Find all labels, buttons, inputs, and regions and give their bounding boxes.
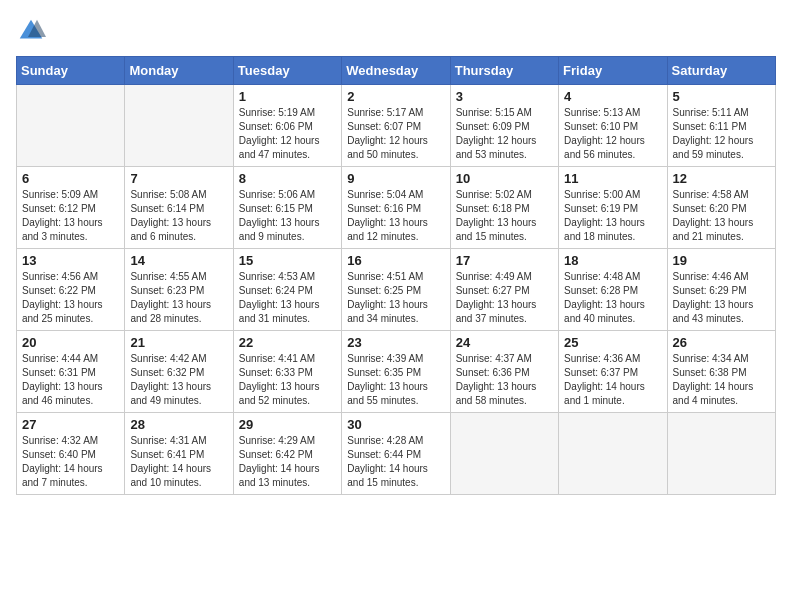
weekday-header-thursday: Thursday bbox=[450, 57, 558, 85]
day-cell: 28Sunrise: 4:31 AM Sunset: 6:41 PM Dayli… bbox=[125, 413, 233, 495]
day-number: 2 bbox=[347, 89, 444, 104]
day-number: 19 bbox=[673, 253, 770, 268]
day-info: Sunrise: 4:53 AM Sunset: 6:24 PM Dayligh… bbox=[239, 270, 336, 326]
day-number: 6 bbox=[22, 171, 119, 186]
day-info: Sunrise: 5:09 AM Sunset: 6:12 PM Dayligh… bbox=[22, 188, 119, 244]
day-cell bbox=[450, 413, 558, 495]
day-cell: 17Sunrise: 4:49 AM Sunset: 6:27 PM Dayli… bbox=[450, 249, 558, 331]
day-number: 10 bbox=[456, 171, 553, 186]
week-row-4: 20Sunrise: 4:44 AM Sunset: 6:31 PM Dayli… bbox=[17, 331, 776, 413]
day-number: 24 bbox=[456, 335, 553, 350]
day-number: 22 bbox=[239, 335, 336, 350]
calendar-table: SundayMondayTuesdayWednesdayThursdayFrid… bbox=[16, 56, 776, 495]
day-number: 9 bbox=[347, 171, 444, 186]
day-cell: 2Sunrise: 5:17 AM Sunset: 6:07 PM Daylig… bbox=[342, 85, 450, 167]
week-row-5: 27Sunrise: 4:32 AM Sunset: 6:40 PM Dayli… bbox=[17, 413, 776, 495]
day-cell: 25Sunrise: 4:36 AM Sunset: 6:37 PM Dayli… bbox=[559, 331, 667, 413]
day-number: 1 bbox=[239, 89, 336, 104]
day-info: Sunrise: 4:42 AM Sunset: 6:32 PM Dayligh… bbox=[130, 352, 227, 408]
day-info: Sunrise: 5:00 AM Sunset: 6:19 PM Dayligh… bbox=[564, 188, 661, 244]
day-info: Sunrise: 4:31 AM Sunset: 6:41 PM Dayligh… bbox=[130, 434, 227, 490]
day-cell: 27Sunrise: 4:32 AM Sunset: 6:40 PM Dayli… bbox=[17, 413, 125, 495]
day-cell: 20Sunrise: 4:44 AM Sunset: 6:31 PM Dayli… bbox=[17, 331, 125, 413]
day-cell: 23Sunrise: 4:39 AM Sunset: 6:35 PM Dayli… bbox=[342, 331, 450, 413]
day-cell: 6Sunrise: 5:09 AM Sunset: 6:12 PM Daylig… bbox=[17, 167, 125, 249]
day-number: 13 bbox=[22, 253, 119, 268]
day-info: Sunrise: 4:46 AM Sunset: 6:29 PM Dayligh… bbox=[673, 270, 770, 326]
day-cell: 30Sunrise: 4:28 AM Sunset: 6:44 PM Dayli… bbox=[342, 413, 450, 495]
logo bbox=[16, 16, 46, 46]
day-info: Sunrise: 4:56 AM Sunset: 6:22 PM Dayligh… bbox=[22, 270, 119, 326]
week-row-3: 13Sunrise: 4:56 AM Sunset: 6:22 PM Dayli… bbox=[17, 249, 776, 331]
week-row-2: 6Sunrise: 5:09 AM Sunset: 6:12 PM Daylig… bbox=[17, 167, 776, 249]
week-row-1: 1Sunrise: 5:19 AM Sunset: 6:06 PM Daylig… bbox=[17, 85, 776, 167]
day-number: 15 bbox=[239, 253, 336, 268]
day-number: 3 bbox=[456, 89, 553, 104]
day-info: Sunrise: 5:11 AM Sunset: 6:11 PM Dayligh… bbox=[673, 106, 770, 162]
day-info: Sunrise: 4:37 AM Sunset: 6:36 PM Dayligh… bbox=[456, 352, 553, 408]
day-number: 21 bbox=[130, 335, 227, 350]
day-cell bbox=[559, 413, 667, 495]
day-info: Sunrise: 5:15 AM Sunset: 6:09 PM Dayligh… bbox=[456, 106, 553, 162]
weekday-header-monday: Monday bbox=[125, 57, 233, 85]
day-cell: 18Sunrise: 4:48 AM Sunset: 6:28 PM Dayli… bbox=[559, 249, 667, 331]
day-number: 28 bbox=[130, 417, 227, 432]
day-number: 7 bbox=[130, 171, 227, 186]
day-number: 18 bbox=[564, 253, 661, 268]
page-header bbox=[16, 16, 776, 46]
day-info: Sunrise: 4:49 AM Sunset: 6:27 PM Dayligh… bbox=[456, 270, 553, 326]
day-info: Sunrise: 5:04 AM Sunset: 6:16 PM Dayligh… bbox=[347, 188, 444, 244]
day-number: 27 bbox=[22, 417, 119, 432]
day-cell: 12Sunrise: 4:58 AM Sunset: 6:20 PM Dayli… bbox=[667, 167, 775, 249]
day-info: Sunrise: 4:34 AM Sunset: 6:38 PM Dayligh… bbox=[673, 352, 770, 408]
day-cell: 1Sunrise: 5:19 AM Sunset: 6:06 PM Daylig… bbox=[233, 85, 341, 167]
day-cell: 15Sunrise: 4:53 AM Sunset: 6:24 PM Dayli… bbox=[233, 249, 341, 331]
weekday-header-wednesday: Wednesday bbox=[342, 57, 450, 85]
day-cell: 4Sunrise: 5:13 AM Sunset: 6:10 PM Daylig… bbox=[559, 85, 667, 167]
day-cell: 26Sunrise: 4:34 AM Sunset: 6:38 PM Dayli… bbox=[667, 331, 775, 413]
day-info: Sunrise: 4:44 AM Sunset: 6:31 PM Dayligh… bbox=[22, 352, 119, 408]
day-info: Sunrise: 5:17 AM Sunset: 6:07 PM Dayligh… bbox=[347, 106, 444, 162]
day-info: Sunrise: 5:19 AM Sunset: 6:06 PM Dayligh… bbox=[239, 106, 336, 162]
day-info: Sunrise: 4:58 AM Sunset: 6:20 PM Dayligh… bbox=[673, 188, 770, 244]
day-cell: 13Sunrise: 4:56 AM Sunset: 6:22 PM Dayli… bbox=[17, 249, 125, 331]
weekday-header-row: SundayMondayTuesdayWednesdayThursdayFrid… bbox=[17, 57, 776, 85]
day-cell: 8Sunrise: 5:06 AM Sunset: 6:15 PM Daylig… bbox=[233, 167, 341, 249]
day-cell bbox=[667, 413, 775, 495]
day-cell: 22Sunrise: 4:41 AM Sunset: 6:33 PM Dayli… bbox=[233, 331, 341, 413]
day-info: Sunrise: 4:55 AM Sunset: 6:23 PM Dayligh… bbox=[130, 270, 227, 326]
day-number: 30 bbox=[347, 417, 444, 432]
logo-icon bbox=[16, 16, 46, 46]
day-cell: 29Sunrise: 4:29 AM Sunset: 6:42 PM Dayli… bbox=[233, 413, 341, 495]
day-cell: 3Sunrise: 5:15 AM Sunset: 6:09 PM Daylig… bbox=[450, 85, 558, 167]
day-cell: 7Sunrise: 5:08 AM Sunset: 6:14 PM Daylig… bbox=[125, 167, 233, 249]
day-info: Sunrise: 4:29 AM Sunset: 6:42 PM Dayligh… bbox=[239, 434, 336, 490]
day-info: Sunrise: 5:06 AM Sunset: 6:15 PM Dayligh… bbox=[239, 188, 336, 244]
day-number: 8 bbox=[239, 171, 336, 186]
day-number: 26 bbox=[673, 335, 770, 350]
day-cell: 14Sunrise: 4:55 AM Sunset: 6:23 PM Dayli… bbox=[125, 249, 233, 331]
day-info: Sunrise: 5:02 AM Sunset: 6:18 PM Dayligh… bbox=[456, 188, 553, 244]
day-info: Sunrise: 4:32 AM Sunset: 6:40 PM Dayligh… bbox=[22, 434, 119, 490]
day-number: 11 bbox=[564, 171, 661, 186]
day-info: Sunrise: 4:39 AM Sunset: 6:35 PM Dayligh… bbox=[347, 352, 444, 408]
day-number: 23 bbox=[347, 335, 444, 350]
day-number: 29 bbox=[239, 417, 336, 432]
day-number: 14 bbox=[130, 253, 227, 268]
day-cell: 21Sunrise: 4:42 AM Sunset: 6:32 PM Dayli… bbox=[125, 331, 233, 413]
day-number: 20 bbox=[22, 335, 119, 350]
day-number: 16 bbox=[347, 253, 444, 268]
day-info: Sunrise: 5:08 AM Sunset: 6:14 PM Dayligh… bbox=[130, 188, 227, 244]
day-cell: 5Sunrise: 5:11 AM Sunset: 6:11 PM Daylig… bbox=[667, 85, 775, 167]
day-cell: 19Sunrise: 4:46 AM Sunset: 6:29 PM Dayli… bbox=[667, 249, 775, 331]
day-cell bbox=[17, 85, 125, 167]
day-number: 12 bbox=[673, 171, 770, 186]
day-info: Sunrise: 5:13 AM Sunset: 6:10 PM Dayligh… bbox=[564, 106, 661, 162]
day-cell: 11Sunrise: 5:00 AM Sunset: 6:19 PM Dayli… bbox=[559, 167, 667, 249]
weekday-header-saturday: Saturday bbox=[667, 57, 775, 85]
day-number: 17 bbox=[456, 253, 553, 268]
day-info: Sunrise: 4:36 AM Sunset: 6:37 PM Dayligh… bbox=[564, 352, 661, 408]
weekday-header-tuesday: Tuesday bbox=[233, 57, 341, 85]
day-cell: 9Sunrise: 5:04 AM Sunset: 6:16 PM Daylig… bbox=[342, 167, 450, 249]
day-info: Sunrise: 4:41 AM Sunset: 6:33 PM Dayligh… bbox=[239, 352, 336, 408]
